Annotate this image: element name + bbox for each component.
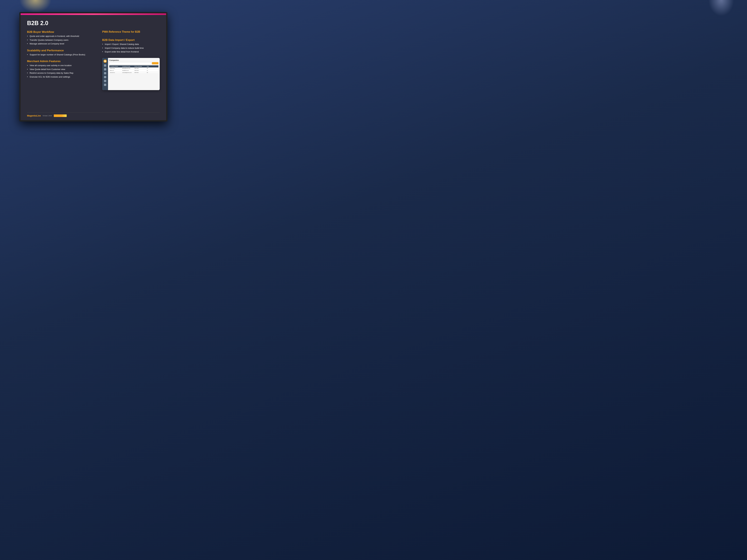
screenshot-sidebar <box>102 58 108 90</box>
right-column: PWA Reference Theme for B2B B2B Data Imp… <box>102 30 160 112</box>
screenshot-td-2-1: Beta LLC <box>110 70 121 71</box>
admin-screenshot: Companies Company Name Company Email Pho… <box>102 58 160 90</box>
bullet-company-data: Import Company data to reduce build time <box>102 47 160 50</box>
screenshot-td-3-2: contact@gamma.com <box>122 72 133 73</box>
screenshot-td-1-4: NY <box>147 68 158 69</box>
screenshot-td-2-3: 555-5678 <box>134 70 145 71</box>
pwa-section: PWA Reference Theme for B2B <box>102 30 160 35</box>
scalability-heading: Scalability and Performance <box>27 49 97 52</box>
screenshot-table-header: Company Name Company Email Phone Number … <box>109 65 158 68</box>
buyer-workflow-bullets: Quote and order approvals in frontend, w… <box>27 34 97 45</box>
bullet-restrict-access: Restrict access to Company data by Sales… <box>27 72 97 75</box>
screenshot-nav-icon-3 <box>104 72 106 74</box>
bullet-manage-addresses: Manage addresses at Company level <box>27 42 97 45</box>
merchant-admin-heading: Merchant Admin Features <box>27 60 97 63</box>
ceiling-light-left <box>19 0 52 13</box>
magento-text: Magento <box>27 114 36 117</box>
buyer-workflow-section: B2B Buyer Workflow Quote and order appro… <box>27 30 97 45</box>
bullet-shared-catalogs: Support for larger number of Shared Cata… <box>27 53 97 56</box>
screenshot-td-3-4: SF <box>147 72 158 73</box>
data-import-bullets: Import / Export: Shared Catalog data Imp… <box>102 43 160 53</box>
svg-marker-0 <box>104 60 106 62</box>
screenshot-table-row-3: Gamma Inc contact@gamma.com 555-9012 SF <box>109 72 158 74</box>
screenshot-search-row <box>109 62 158 64</box>
top-accent-bar <box>21 14 166 15</box>
slide-content: B2B 2.0 B2B Buyer Workflow Quote and ord… <box>21 15 166 120</box>
scalability-bullets: Support for larger number of Shared Cata… <box>27 53 97 56</box>
screenshot-th-phone: Phone Number <box>134 66 145 67</box>
screenshot-search-button <box>152 62 158 64</box>
screenshot-nav-icon-2 <box>104 68 106 71</box>
screenshot-nav-icon-1 <box>104 64 106 66</box>
magento-sub-text: Europe | 2019 <box>43 115 52 116</box>
live-text: Live <box>36 114 41 117</box>
slide-title: B2B 2.0 <box>27 20 160 27</box>
left-column: B2B Buyer Workflow Quote and order appro… <box>27 30 97 112</box>
slide-footer: MagentoLive Europe | 2019 <box>27 112 160 117</box>
bullet-export-order: Export order line detail from frontend <box>102 50 160 53</box>
screenshot-table-row-1: Acme Corp admin@acme.com 555-1234 NY <box>109 68 158 70</box>
screenshot-nav-icon-6 <box>104 84 106 86</box>
pwa-heading: PWA Reference Theme for B2B <box>102 30 160 33</box>
screenshot-main-area: Companies Company Name Company Email Pho… <box>108 58 160 90</box>
merchant-admin-bullets: View all company user activity in one lo… <box>27 64 97 78</box>
screenshot-inner: Companies Company Name Company Email Pho… <box>102 58 160 90</box>
merchant-admin-section: Merchant Admin Features View all company… <box>27 60 97 78</box>
screenshot-nav-icon-4 <box>104 76 106 78</box>
screenshot-td-3-1: Gamma Inc <box>110 72 121 73</box>
screenshot-nav-icon-5 <box>104 80 106 82</box>
bullet-transfer-quotes: Transfer Quotes between Company users <box>27 38 97 42</box>
logo-decoration <box>54 114 67 117</box>
bullet-user-activity: View all company user activity in one lo… <box>27 64 97 67</box>
bullet-approvals: Quote and order approvals in frontend, w… <box>27 34 97 38</box>
slide-columns: B2B Buyer Workflow Quote and order appro… <box>27 30 160 112</box>
screenshot-td-2-2: info@beta.com <box>122 70 133 71</box>
screenshot-th-name: Company Name <box>110 66 121 67</box>
bullet-shared-catalog-data: Import / Export: Shared Catalog data <box>102 43 160 46</box>
presentation-screen: B2B 2.0 B2B Buyer Workflow Quote and ord… <box>19 12 168 122</box>
screenshot-page-title: Companies <box>109 59 158 61</box>
bullet-acl: Granular ACL for B2B modules and setting… <box>27 75 97 79</box>
screenshot-td-3-3: 555-9012 <box>134 72 145 73</box>
screenshot-td-1-1: Acme Corp <box>110 68 121 69</box>
data-import-section: B2B Data Import / Export Import / Export… <box>102 38 160 53</box>
screenshot-td-1-2: admin@acme.com <box>122 68 133 69</box>
data-import-heading: B2B Data Import / Export <box>102 38 160 42</box>
screenshot-td-2-4: LA <box>147 70 158 71</box>
magento-logo-text: MagentoLive <box>27 114 41 117</box>
screenshot-th-city: City <box>147 66 158 67</box>
screenshot-th-email: Company Email <box>122 66 133 67</box>
bullet-quote-detail: View Quote detail from Customer view <box>27 68 97 71</box>
scalability-section: Scalability and Performance Support for … <box>27 49 97 56</box>
buyer-workflow-heading: B2B Buyer Workflow <box>27 30 97 34</box>
magento-logo: MagentoLive <box>27 114 41 117</box>
screenshot-td-1-3: 555-1234 <box>134 68 145 69</box>
screenshot-search-box <box>109 62 151 64</box>
screenshot-table-row-2: Beta LLC info@beta.com 555-5678 LA <box>109 70 158 72</box>
screenshot-logo-icon <box>104 59 107 63</box>
